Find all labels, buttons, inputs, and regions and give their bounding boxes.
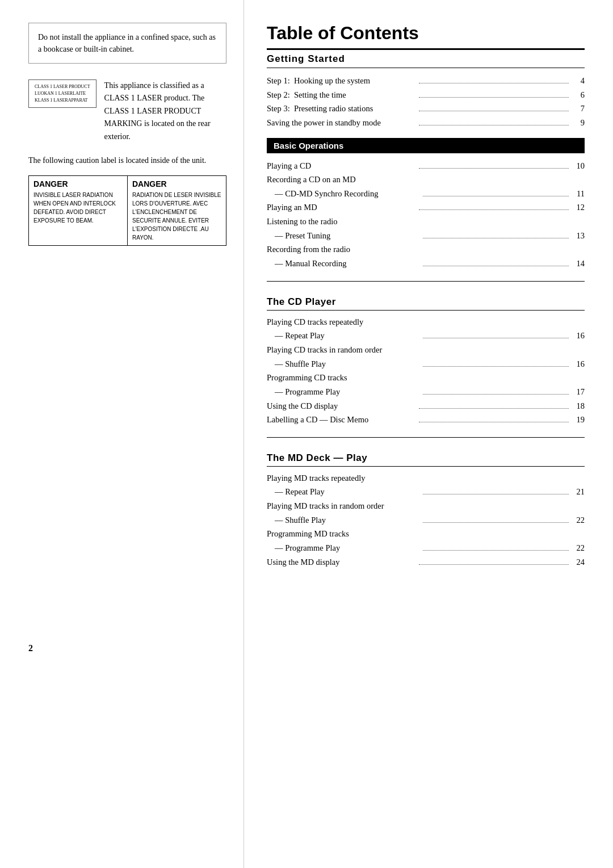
- sub-entry-text: — CD-MD Synchro Recording: [275, 187, 421, 201]
- section-header-getting-started: Getting Started: [267, 53, 585, 68]
- entry-text: Saving the power in standby mode: [267, 116, 417, 130]
- toc-entry: Playing an MD 12: [267, 200, 585, 215]
- entry-page: 18: [571, 399, 585, 413]
- dots-icon: [423, 394, 569, 395]
- entry-text: Programming MD tracks: [267, 527, 571, 541]
- dots-icon: [419, 83, 569, 83]
- dots-icon: [419, 111, 569, 111]
- toc-sub-entry: — Programme Play 22: [267, 541, 585, 555]
- sub-entry-page: 16: [571, 329, 585, 343]
- toc-title: Table of Contents: [267, 23, 585, 50]
- entry-text: Programming CD tracks: [267, 371, 571, 385]
- entry-page: 6: [571, 88, 585, 102]
- dots-icon: [423, 196, 569, 196]
- toc-entry: Listening to the radio: [267, 215, 585, 229]
- danger-header-right: DANGER: [132, 179, 221, 188]
- laser-label-box: CLASS 1 LASER PRODUCT LUOKAN 1 LASERLAIT…: [28, 79, 96, 108]
- toc-entry: Playing CD tracks repeatedly: [267, 315, 585, 329]
- toc-entry: Playing a CD 10: [267, 159, 585, 173]
- danger-table: DANGER INVISIBLE LASER RADIATION WHEN OP…: [28, 175, 226, 246]
- toc-entry: Programming CD tracks: [267, 371, 585, 385]
- toc-entry: Step 3: Presetting radio stations 7: [267, 102, 585, 116]
- toc-sub-entry: — Repeat Play 16: [267, 329, 585, 343]
- entry-text: Playing MD tracks repeatedly: [267, 471, 571, 485]
- dots-icon: [423, 338, 569, 338]
- dots-icon: [423, 550, 569, 551]
- entry-text: Step 1: Hooking up the system: [267, 74, 417, 88]
- toc-entry: Playing MD tracks in random order: [267, 499, 585, 513]
- toc-sub-entry: — Programme Play 17: [267, 385, 585, 399]
- sub-entry-page: 17: [571, 385, 585, 399]
- sub-entry-page: 22: [571, 541, 585, 555]
- entry-page: 10: [571, 159, 585, 173]
- sub-entry-page: 13: [571, 229, 585, 243]
- divider: [267, 281, 585, 282]
- toc-entries-basic-operations: Playing a CD 10 Recording a CD on an MD …: [267, 159, 585, 271]
- danger-cell-right: DANGER RADIATION DE LESER INVISIBLE LORS…: [128, 175, 226, 245]
- toc-sub-entry: — Shuffle Play 22: [267, 513, 585, 527]
- laser-label-area: CLASS 1 LASER PRODUCT LUOKAN 1 LASERLAIT…: [28, 79, 226, 143]
- toc-entries-cd-player: Playing CD tracks repeatedly — Repeat Pl…: [267, 315, 585, 427]
- sub-entry-page: 21: [571, 485, 585, 499]
- entry-page: 9: [571, 116, 585, 130]
- laser-label-line-3: KLASS 1 LASERAPPARAT: [35, 97, 90, 104]
- entry-text: Listening to the radio: [267, 215, 571, 229]
- dots-icon: [423, 366, 569, 367]
- sub-entry-text: — Programme Play: [275, 541, 421, 555]
- dots-icon: [419, 209, 569, 210]
- toc-sub-entry: — Preset Tuning 13: [267, 229, 585, 243]
- toc-entry: Step 1: Hooking up the system 4: [267, 74, 585, 88]
- toc-entries-getting-started: Step 1: Hooking up the system 4 Step 2: …: [267, 74, 585, 130]
- section-header-basic-operations: Basic Operations: [267, 138, 585, 153]
- entry-page: 19: [571, 413, 585, 427]
- toc-entry: Programming MD tracks: [267, 527, 585, 541]
- laser-label-line-2: LUOKAN 1 LASERLAITE: [35, 90, 90, 97]
- toc-sub-entry: — Manual Recording 14: [267, 257, 585, 271]
- sub-entry-text: — Repeat Play: [275, 485, 421, 499]
- toc-entry: Recording from the radio: [267, 242, 585, 257]
- sub-entry-page: 16: [571, 357, 585, 371]
- danger-cell-left: DANGER INVISIBLE LASER RADIATION WHEN OP…: [29, 175, 128, 245]
- section-basic-operations: Basic Operations Playing a CD 10 Recordi…: [267, 138, 585, 271]
- toc-sub-entry: — CD-MD Synchro Recording 11: [267, 187, 585, 201]
- toc-entry: Playing MD tracks repeatedly: [267, 471, 585, 485]
- entry-text: Using the MD display: [267, 555, 417, 569]
- sub-entry-text: — Shuffle Play: [275, 357, 421, 371]
- left-panel: Do not install the appliance in a confin…: [0, 0, 244, 868]
- entry-text: Recording from the radio: [267, 242, 571, 257]
- sub-entry-text: — Shuffle Play: [275, 513, 421, 527]
- toc-entry: Saving the power in standby mode 9: [267, 116, 585, 130]
- entry-text: Playing CD tracks in random order: [267, 343, 571, 357]
- entry-text: Playing an MD: [267, 200, 417, 215]
- toc-entry: Playing CD tracks in random order: [267, 343, 585, 357]
- dots-icon: [423, 522, 569, 523]
- section-header-md-deck-play: The MD Deck — Play: [267, 449, 585, 467]
- dots-icon: [419, 408, 569, 409]
- dots-icon: [423, 266, 569, 266]
- sub-entry-text: — Repeat Play: [275, 329, 421, 343]
- sub-entry-page: 11: [571, 187, 585, 201]
- toc-entries-md-deck-play: Playing MD tracks repeatedly — Repeat Pl…: [267, 471, 585, 569]
- caution-label-text: The following caution label is located i…: [28, 154, 226, 166]
- laser-label-line-1: CLASS 1 LASER PRODUCT: [35, 83, 90, 90]
- dots-icon: [419, 125, 569, 125]
- right-panel: Table of Contents Getting Started Step 1…: [244, 0, 613, 868]
- sub-entry-page: 14: [571, 257, 585, 271]
- sub-entry-text: — Preset Tuning: [275, 229, 421, 243]
- toc-entry: Labelling a CD — Disc Memo 19: [267, 413, 585, 427]
- entry-page: 12: [571, 200, 585, 215]
- danger-body-right: RADIATION DE LESER INVISIBLE LORS D'OUVE…: [132, 192, 221, 241]
- sub-entry-page: 22: [571, 513, 585, 527]
- dots-icon: [419, 168, 569, 169]
- entry-text: Playing MD tracks in random order: [267, 499, 571, 513]
- toc-entry: Using the CD display 18: [267, 399, 585, 413]
- section-header-cd-player: The CD Player: [267, 293, 585, 311]
- warning-box: Do not install the appliance in a confin…: [28, 23, 226, 64]
- dots-icon: [419, 97, 569, 98]
- danger-header-left: DANGER: [33, 179, 123, 188]
- entry-text: Recording a CD on an MD: [267, 173, 571, 187]
- toc-entry: Step 2: Setting the time 6: [267, 88, 585, 102]
- toc-entry: Using the MD display 24: [267, 555, 585, 569]
- entry-page: 7: [571, 102, 585, 116]
- entry-text: Labelling a CD — Disc Memo: [267, 413, 417, 427]
